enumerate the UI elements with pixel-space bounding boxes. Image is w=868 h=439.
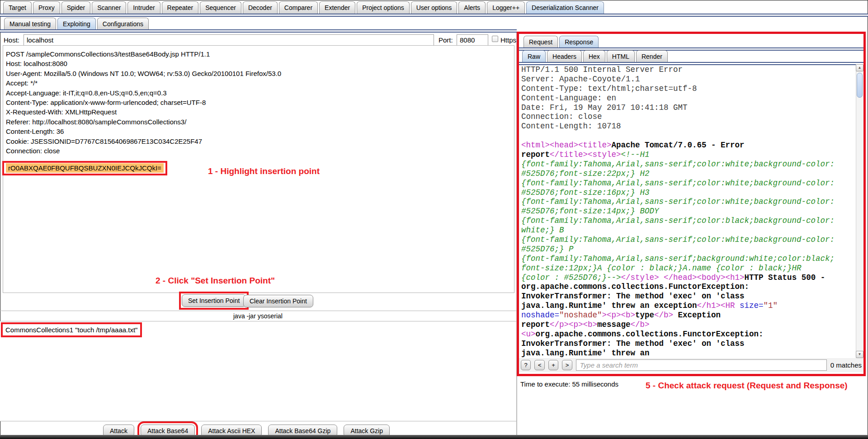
ysoserial-command-input[interactable]: CommonsCollections1 "touch /tmp/aaaa.txt… bbox=[4, 325, 139, 335]
request-line-referer-http-localhost-8080-samplecommon: Referer: http://localhost:8080/sampleCom… bbox=[6, 117, 514, 127]
subtab-manual-testing[interactable]: Manual testing bbox=[4, 18, 56, 30]
response-line-line: java.lang.Runtime' threw an exception</h… bbox=[521, 301, 856, 311]
view-tab-render[interactable]: Render bbox=[636, 50, 668, 62]
search-add-button[interactable]: + bbox=[548, 360, 558, 370]
request-line-content-type-application-x-www-form-urle: Content-Type: application/x-www-form-url… bbox=[6, 98, 514, 107]
search-help-button[interactable]: ? bbox=[521, 360, 531, 370]
response-line-line: {font-family:Tahoma,Arial,sans-serif;col… bbox=[521, 160, 856, 169]
response-line-line: font-size:12px;}A {color : black;}A.name… bbox=[521, 264, 856, 273]
request-text: POST /sampleCommonsCollections3/testBase… bbox=[3, 46, 514, 156]
https-checkbox[interactable] bbox=[492, 36, 498, 42]
annotation-2: 2 - Click "Set Insertion Point" bbox=[156, 276, 275, 286]
tab-deserialization-scanner[interactable]: Deserialization Scanner bbox=[526, 1, 604, 14]
sub-tab-bar: Manual testingExploitingConfigurations bbox=[4, 18, 150, 30]
request-line-content-length-36: Content-Length: 36 bbox=[6, 127, 514, 136]
search-input[interactable] bbox=[576, 359, 827, 371]
host-input[interactable] bbox=[24, 34, 434, 46]
host-label: Host: bbox=[4, 36, 19, 44]
burp-window: TargetProxySpiderScannerIntruderRepeater… bbox=[0, 0, 868, 439]
request-line-cookie-jsessionid-d7767c81564069867e13c0: Cookie: JSESSIONID=D7767C81564069867E13C… bbox=[6, 137, 514, 146]
tab-proxy[interactable]: Proxy bbox=[33, 1, 60, 14]
search-next-button[interactable]: > bbox=[562, 360, 572, 370]
window-bottom-edge bbox=[0, 435, 868, 439]
request-line-accept: Accept: */* bbox=[6, 78, 514, 88]
tab-comparer[interactable]: Comparer bbox=[279, 1, 318, 14]
tab-project-options[interactable]: Project options bbox=[357, 1, 410, 14]
main-tab-bar: TargetProxySpiderScannerIntruderRepeater… bbox=[3, 1, 605, 14]
response-line-line: #525D76;font-size:14px;} BODY bbox=[521, 207, 856, 216]
scrollbar-thumb[interactable] bbox=[857, 73, 863, 98]
view-tab-bar: RawHeadersHexHTMLRender bbox=[522, 50, 669, 62]
insertion-point-payload[interactable]: rO0ABXQAE0FBQUFBQSBUZXN0IEJCQkJCQkI= bbox=[6, 163, 164, 173]
tab-user-options[interactable]: User options bbox=[411, 1, 458, 14]
tab-logger[interactable]: Logger++ bbox=[487, 1, 525, 14]
response-line-line: InvokerTransformer: The method 'exec' on… bbox=[521, 292, 856, 301]
response-line-line: {font-family:Tahoma,Arial,sans-serif;col… bbox=[521, 197, 856, 207]
request-line-post-samplecommonscollections3-testbase6: POST /sampleCommonsCollections3/testBase… bbox=[6, 49, 514, 59]
tab-scanner[interactable]: Scanner bbox=[92, 1, 126, 14]
tab-intruder[interactable]: Intruder bbox=[127, 1, 160, 14]
request-line-host-localhost-8080: Host: localhost:8080 bbox=[6, 59, 514, 68]
response-line-line: report</p><p><b>message</b> bbox=[521, 320, 856, 330]
tab-target[interactable]: Target bbox=[3, 1, 32, 14]
response-line-line: {font-family:Tahoma,Arial,sans-serif;col… bbox=[521, 216, 856, 226]
response-body[interactable]: HTTP/1.1 500 Internal Server ErrorServer… bbox=[521, 65, 856, 358]
set-insertion-red-box: Set Insertion Point bbox=[179, 292, 249, 310]
sub-tab-divider bbox=[0, 29, 517, 33]
tab-repeater[interactable]: Repeater bbox=[162, 1, 199, 14]
set-insertion-point-button[interactable]: Set Insertion Point bbox=[182, 294, 246, 307]
response-line-line: white;} B bbox=[521, 226, 856, 235]
response-line-line: noshade="noshade"><p><b>type</b> Excepti… bbox=[521, 311, 856, 320]
insertion-point-red-box: rO0ABXQAE0FBQUFBQSBUZXN0IEJCQkJCQkI= bbox=[2, 161, 167, 175]
response-line-line: #525D76;font-size:16px;} H3 bbox=[521, 188, 856, 198]
tab-response[interactable]: Response bbox=[559, 36, 599, 48]
separator-line bbox=[0, 311, 517, 311]
panel-divider[interactable] bbox=[516, 33, 517, 435]
tab-extender[interactable]: Extender bbox=[319, 1, 355, 14]
response-line-line: {font-family:Tahoma,Arial,sans-serif;bac… bbox=[521, 254, 856, 264]
tab-request[interactable]: Request bbox=[524, 36, 558, 48]
view-tab-headers[interactable]: Headers bbox=[547, 50, 582, 62]
request-line-accept-language-it-it-it-q-0-8-en-us-q-0: Accept-Language: it-IT,it;q=0.8,en-US;q=… bbox=[6, 88, 514, 98]
subtab-configurations[interactable]: Configurations bbox=[97, 18, 149, 30]
tab-sequencer[interactable]: Sequencer bbox=[200, 1, 241, 14]
command-area[interactable]: CommonsCollections1 "touch /tmp/aaaa.txt… bbox=[0, 321, 517, 421]
port-input[interactable] bbox=[457, 34, 488, 46]
search-prev-button[interactable]: < bbox=[534, 360, 544, 370]
ysoserial-label: java -jar ysoserial bbox=[233, 312, 283, 320]
tab-decoder[interactable]: Decoder bbox=[243, 1, 278, 14]
annotation-1: 1 - Highlight insertion point bbox=[208, 166, 320, 176]
response-line-line bbox=[521, 131, 856, 141]
view-tab-html[interactable]: HTML bbox=[607, 50, 635, 62]
response-line-line: #525D76;} P bbox=[521, 245, 856, 254]
response-scrollbar[interactable] bbox=[856, 64, 863, 358]
response-line-line: Content-Type: text/html;charset=utf-8 bbox=[521, 84, 856, 94]
response-line-line: report</title><style><!--H1 bbox=[521, 150, 856, 160]
response-line-line: {font-family:Tahoma,Arial,sans-serif;col… bbox=[521, 235, 856, 245]
response-line-line: Date: Fri, 19 May 2017 10:41:18 GMT bbox=[521, 103, 856, 113]
response-line-line: <u>org.apache.commons.collections.Functo… bbox=[521, 330, 856, 339]
tab-spider[interactable]: Spider bbox=[61, 1, 90, 14]
search-matches-count: 0 matches bbox=[830, 361, 862, 369]
view-tab-hex[interactable]: Hex bbox=[583, 50, 605, 62]
command-red-box: CommonsCollections1 "touch /tmp/aaaa.txt… bbox=[1, 322, 142, 337]
https-label: Https bbox=[500, 36, 516, 44]
subtab-exploiting[interactable]: Exploiting bbox=[57, 18, 96, 30]
scroll-up-icon[interactable]: ▲ bbox=[856, 64, 863, 71]
response-line-line: Content-Language: en bbox=[521, 94, 856, 103]
request-line-user-agent-mozilla-5-0-windows-nt-10-0-w: User-Agent: Mozilla/5.0 (Windows NT 10.0… bbox=[6, 69, 514, 78]
request-line-x-requested-with-xmlhttprequest: X-Requested-With: XMLHttpRequest bbox=[6, 107, 514, 117]
annotation-5: 5 - Check attack request (Request and Re… bbox=[646, 381, 848, 391]
clear-insertion-point-button[interactable]: Clear Insertion Point bbox=[243, 295, 313, 307]
response-line-line: {color : #525D76;}--></style> </head><bo… bbox=[521, 273, 856, 283]
response-line-line: HTTP/1.1 500 Internal Server Error bbox=[521, 65, 856, 75]
separator-line bbox=[0, 421, 517, 421]
message-tab-bar: RequestResponse bbox=[524, 36, 600, 48]
main-tab-divider bbox=[0, 14, 868, 17]
request-line-connection-close: Connection: close bbox=[6, 146, 514, 156]
scroll-down-icon[interactable]: ▼ bbox=[856, 351, 863, 358]
view-tab-raw[interactable]: Raw bbox=[522, 50, 546, 62]
tab-alerts[interactable]: Alerts bbox=[458, 1, 486, 14]
response-line-line: Content-Length: 10718 bbox=[521, 122, 856, 131]
response-line-line: org.apache.commons.collections.FunctorEx… bbox=[521, 282, 856, 292]
